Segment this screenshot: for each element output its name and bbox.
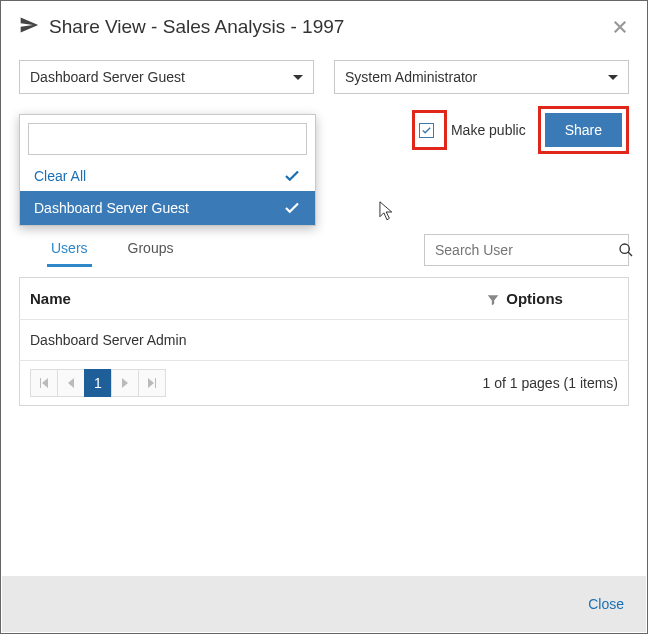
check-icon — [283, 199, 301, 217]
close-icon[interactable] — [611, 18, 629, 36]
cell-name: Dashboard Server Admin — [20, 320, 477, 361]
dropdown-item-label: Dashboard Server Guest — [34, 200, 189, 216]
search-user-box[interactable] — [424, 234, 629, 266]
pager-next[interactable] — [111, 369, 139, 397]
tab-groups[interactable]: Groups — [124, 232, 178, 267]
pager-last[interactable] — [138, 369, 166, 397]
share-button[interactable]: Share — [545, 113, 622, 147]
svg-point-0 — [620, 244, 629, 253]
col-options-header[interactable]: Options — [476, 278, 628, 320]
pager-first[interactable] — [30, 369, 58, 397]
mouse-cursor-icon — [379, 201, 395, 226]
share-plane-icon — [19, 15, 39, 38]
dialog-title: Share View - Sales Analysis - 1997 — [49, 16, 344, 38]
filter-icon[interactable] — [486, 293, 500, 307]
dropdown-search-input[interactable] — [28, 123, 307, 155]
admin-select[interactable]: System Administrator — [334, 60, 629, 94]
dropdown-item-guest[interactable]: Dashboard Server Guest — [20, 191, 315, 225]
guest-dropdown-popup: Clear All Dashboard Server Guest — [19, 114, 316, 226]
make-public-highlight — [412, 110, 447, 150]
col-name-header[interactable]: Name — [20, 278, 477, 320]
admin-select-value: System Administrator — [345, 69, 477, 85]
make-public-label: Make public — [451, 122, 526, 138]
pager-prev[interactable] — [57, 369, 85, 397]
col-options-label: Options — [506, 290, 563, 307]
pager: 1 — [30, 369, 165, 397]
users-table: Name Options Dashboard Server Admin — [19, 277, 629, 361]
caret-down-icon — [608, 75, 618, 80]
close-button[interactable]: Close — [588, 596, 624, 612]
pager-page-1[interactable]: 1 — [84, 369, 112, 397]
dropdown-clear-all[interactable]: Clear All — [28, 161, 307, 191]
search-user-input[interactable] — [433, 241, 612, 259]
dropdown-clear-all-label: Clear All — [34, 168, 86, 184]
tab-users[interactable]: Users — [47, 232, 92, 267]
share-button-highlight: Share — [538, 106, 629, 154]
caret-down-icon — [293, 75, 303, 80]
cell-options — [476, 320, 628, 361]
pager-info: 1 of 1 pages (1 items) — [483, 375, 618, 391]
guest-select-value: Dashboard Server Guest — [30, 69, 185, 85]
table-row[interactable]: Dashboard Server Admin — [20, 320, 629, 361]
make-public-checkbox[interactable] — [419, 123, 434, 138]
search-icon[interactable] — [618, 242, 634, 258]
tabs: Users Groups — [47, 232, 177, 267]
guest-select[interactable]: Dashboard Server Guest — [19, 60, 314, 94]
check-icon — [283, 167, 301, 185]
